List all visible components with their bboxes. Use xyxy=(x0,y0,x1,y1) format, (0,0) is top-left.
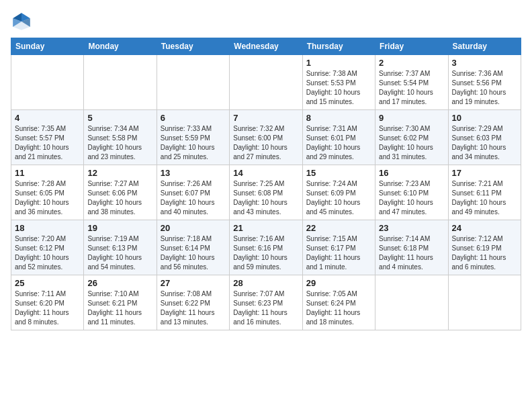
day-number: 14 xyxy=(233,168,298,178)
day-number: 26 xyxy=(87,278,152,288)
calendar-header: SundayMondayTuesdayWednesdayThursdayFrid… xyxy=(11,38,521,55)
cell-content: Sunrise: 7:08 AM Sunset: 6:22 PM Dayligh… xyxy=(161,289,226,327)
calendar-cell: 22Sunrise: 7:15 AM Sunset: 6:17 PM Dayli… xyxy=(302,220,375,275)
cell-content: Sunrise: 7:31 AM Sunset: 6:01 PM Dayligh… xyxy=(306,124,371,162)
day-number: 25 xyxy=(15,278,80,288)
day-header-monday: Monday xyxy=(84,38,157,55)
cell-content: Sunrise: 7:07 AM Sunset: 6:23 PM Dayligh… xyxy=(233,289,298,327)
calendar-cell: 9Sunrise: 7:30 AM Sunset: 6:02 PM Daylig… xyxy=(375,110,448,165)
day-number: 6 xyxy=(161,113,226,123)
cell-content: Sunrise: 7:19 AM Sunset: 6:13 PM Dayligh… xyxy=(87,234,152,272)
day-number: 13 xyxy=(161,168,226,178)
cell-content: Sunrise: 7:16 AM Sunset: 6:16 PM Dayligh… xyxy=(233,234,298,272)
day-number: 8 xyxy=(306,113,371,123)
calendar-cell: 1Sunrise: 7:38 AM Sunset: 5:53 PM Daylig… xyxy=(302,55,375,110)
day-number: 28 xyxy=(233,278,298,288)
calendar-week-4: 25Sunrise: 7:11 AM Sunset: 6:20 PM Dayli… xyxy=(11,275,521,330)
cell-content: Sunrise: 7:34 AM Sunset: 5:58 PM Dayligh… xyxy=(87,124,152,162)
day-number: 2 xyxy=(379,58,444,68)
day-number: 9 xyxy=(379,113,444,123)
calendar-cell: 15Sunrise: 7:24 AM Sunset: 6:09 PM Dayli… xyxy=(302,165,375,220)
calendar-cell xyxy=(448,275,521,330)
cell-content: Sunrise: 7:38 AM Sunset: 5:53 PM Dayligh… xyxy=(306,69,371,107)
day-number: 20 xyxy=(161,223,226,233)
calendar-week-1: 4Sunrise: 7:35 AM Sunset: 5:57 PM Daylig… xyxy=(11,110,521,165)
cell-content: Sunrise: 7:25 AM Sunset: 6:08 PM Dayligh… xyxy=(233,179,298,217)
calendar-week-2: 11Sunrise: 7:28 AM Sunset: 6:05 PM Dayli… xyxy=(11,165,521,220)
calendar-cell: 29Sunrise: 7:05 AM Sunset: 6:24 PM Dayli… xyxy=(302,275,375,330)
logo-icon xyxy=(11,11,32,32)
day-header-sunday: Sunday xyxy=(11,38,84,55)
cell-content: Sunrise: 7:11 AM Sunset: 6:20 PM Dayligh… xyxy=(15,289,80,327)
day-number: 3 xyxy=(452,58,517,68)
calendar-cell: 11Sunrise: 7:28 AM Sunset: 6:05 PM Dayli… xyxy=(11,165,84,220)
day-number: 17 xyxy=(452,168,517,178)
calendar-cell: 4Sunrise: 7:35 AM Sunset: 5:57 PM Daylig… xyxy=(11,110,84,165)
calendar-cell: 14Sunrise: 7:25 AM Sunset: 6:08 PM Dayli… xyxy=(230,165,302,220)
calendar-cell: 3Sunrise: 7:36 AM Sunset: 5:56 PM Daylig… xyxy=(448,55,521,110)
calendar-cell: 18Sunrise: 7:20 AM Sunset: 6:12 PM Dayli… xyxy=(11,220,84,275)
cell-content: Sunrise: 7:26 AM Sunset: 6:07 PM Dayligh… xyxy=(161,179,226,217)
day-number: 10 xyxy=(452,113,517,123)
day-number: 24 xyxy=(452,223,517,233)
day-number: 21 xyxy=(233,223,298,233)
cell-content: Sunrise: 7:32 AM Sunset: 6:00 PM Dayligh… xyxy=(233,124,298,162)
calendar-cell: 23Sunrise: 7:14 AM Sunset: 6:18 PM Dayli… xyxy=(375,220,448,275)
day-number: 15 xyxy=(306,168,371,178)
cell-content: Sunrise: 7:12 AM Sunset: 6:19 PM Dayligh… xyxy=(452,234,517,272)
calendar-cell xyxy=(375,275,448,330)
calendar-cell: 27Sunrise: 7:08 AM Sunset: 6:22 PM Dayli… xyxy=(157,275,229,330)
calendar-cell: 28Sunrise: 7:07 AM Sunset: 6:23 PM Dayli… xyxy=(230,275,302,330)
cell-content: Sunrise: 7:28 AM Sunset: 6:05 PM Dayligh… xyxy=(15,179,80,217)
day-number: 23 xyxy=(379,223,444,233)
cell-content: Sunrise: 7:18 AM Sunset: 6:14 PM Dayligh… xyxy=(161,234,226,272)
calendar-cell: 21Sunrise: 7:16 AM Sunset: 6:16 PM Dayli… xyxy=(230,220,302,275)
calendar-cell: 6Sunrise: 7:33 AM Sunset: 5:59 PM Daylig… xyxy=(157,110,229,165)
calendar-cell: 19Sunrise: 7:19 AM Sunset: 6:13 PM Dayli… xyxy=(84,220,157,275)
day-number: 29 xyxy=(306,278,371,288)
cell-content: Sunrise: 7:36 AM Sunset: 5:56 PM Dayligh… xyxy=(452,69,517,107)
logo xyxy=(11,11,35,32)
calendar-cell: 25Sunrise: 7:11 AM Sunset: 6:20 PM Dayli… xyxy=(11,275,84,330)
cell-content: Sunrise: 7:23 AM Sunset: 6:10 PM Dayligh… xyxy=(379,179,444,217)
calendar-body: 1Sunrise: 7:38 AM Sunset: 5:53 PM Daylig… xyxy=(11,55,521,330)
day-header-thursday: Thursday xyxy=(302,38,375,55)
calendar-cell xyxy=(11,55,84,110)
cell-content: Sunrise: 7:14 AM Sunset: 6:18 PM Dayligh… xyxy=(379,234,444,272)
calendar-cell: 20Sunrise: 7:18 AM Sunset: 6:14 PM Dayli… xyxy=(157,220,229,275)
calendar-cell: 5Sunrise: 7:34 AM Sunset: 5:58 PM Daylig… xyxy=(84,110,157,165)
calendar-cell: 2Sunrise: 7:37 AM Sunset: 5:54 PM Daylig… xyxy=(375,55,448,110)
cell-content: Sunrise: 7:37 AM Sunset: 5:54 PM Dayligh… xyxy=(379,69,444,107)
calendar-cell xyxy=(84,55,157,110)
cell-content: Sunrise: 7:30 AM Sunset: 6:02 PM Dayligh… xyxy=(379,124,444,162)
calendar-cell xyxy=(230,55,302,110)
calendar-cell: 26Sunrise: 7:10 AM Sunset: 6:21 PM Dayli… xyxy=(84,275,157,330)
calendar-cell: 10Sunrise: 7:29 AM Sunset: 6:03 PM Dayli… xyxy=(448,110,521,165)
day-number: 11 xyxy=(15,168,80,178)
cell-content: Sunrise: 7:35 AM Sunset: 5:57 PM Dayligh… xyxy=(15,124,80,162)
cell-content: Sunrise: 7:21 AM Sunset: 6:11 PM Dayligh… xyxy=(452,179,517,217)
header-row: SundayMondayTuesdayWednesdayThursdayFrid… xyxy=(11,38,521,55)
cell-content: Sunrise: 7:27 AM Sunset: 6:06 PM Dayligh… xyxy=(87,179,152,217)
day-number: 16 xyxy=(379,168,444,178)
calendar-week-0: 1Sunrise: 7:38 AM Sunset: 5:53 PM Daylig… xyxy=(11,55,521,110)
day-number: 4 xyxy=(15,113,80,123)
day-number: 5 xyxy=(87,113,152,123)
cell-content: Sunrise: 7:29 AM Sunset: 6:03 PM Dayligh… xyxy=(452,124,517,162)
calendar-cell: 8Sunrise: 7:31 AM Sunset: 6:01 PM Daylig… xyxy=(302,110,375,165)
day-number: 12 xyxy=(87,168,152,178)
cell-content: Sunrise: 7:24 AM Sunset: 6:09 PM Dayligh… xyxy=(306,179,371,217)
day-number: 27 xyxy=(161,278,226,288)
day-number: 19 xyxy=(87,223,152,233)
calendar-cell: 17Sunrise: 7:21 AM Sunset: 6:11 PM Dayli… xyxy=(448,165,521,220)
cell-content: Sunrise: 7:20 AM Sunset: 6:12 PM Dayligh… xyxy=(15,234,80,272)
calendar-cell: 7Sunrise: 7:32 AM Sunset: 6:00 PM Daylig… xyxy=(230,110,302,165)
calendar-cell: 24Sunrise: 7:12 AM Sunset: 6:19 PM Dayli… xyxy=(448,220,521,275)
calendar-table: SundayMondayTuesdayWednesdayThursdayFrid… xyxy=(11,38,521,330)
cell-content: Sunrise: 7:33 AM Sunset: 5:59 PM Dayligh… xyxy=(161,124,226,162)
day-number: 18 xyxy=(15,223,80,233)
day-header-tuesday: Tuesday xyxy=(157,38,229,55)
calendar-cell xyxy=(157,55,229,110)
cell-content: Sunrise: 7:15 AM Sunset: 6:17 PM Dayligh… xyxy=(306,234,371,272)
cell-content: Sunrise: 7:10 AM Sunset: 6:21 PM Dayligh… xyxy=(87,289,152,327)
